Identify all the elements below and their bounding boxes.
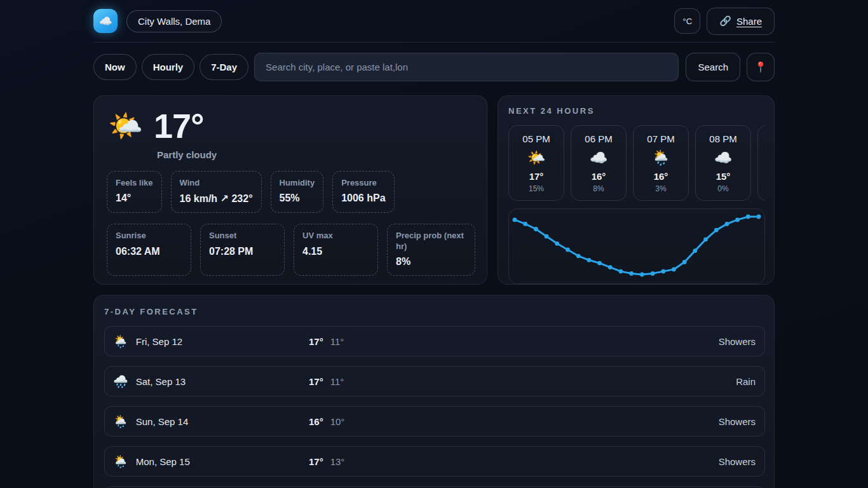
hour-card[interactable]: 09 PM 🌦️ 15° 0% xyxy=(757,125,765,201)
hour-time: 09 PM xyxy=(758,133,765,144)
day-name: Mon, Sep 15 xyxy=(136,456,190,467)
header-left: ☁️ City Walls, Dema xyxy=(93,9,222,33)
hour-time: 08 PM xyxy=(696,133,750,144)
stat-label: Sunset xyxy=(209,231,276,241)
hour-temp: 17° xyxy=(509,171,564,182)
stats-row-1: Feels like 14° Wind 16 km/h ↗ 232° Humid… xyxy=(107,171,474,213)
hour-time: 06 PM xyxy=(571,133,626,144)
stat-label: UV max xyxy=(302,231,369,241)
next-24-hours-title: NEXT 24 HOURS xyxy=(508,106,765,116)
sun-small-cloud-icon: 🌤️ xyxy=(509,149,564,167)
stat-value: 14° xyxy=(116,193,153,204)
stats-row-2: Sunrise 06:32 AM Sunset 07:28 PM UV max … xyxy=(107,224,474,276)
stat-value: 16 km/h ↗ 232° xyxy=(180,193,253,205)
hour-temp: 16° xyxy=(634,171,688,182)
stat-label: Pressure xyxy=(341,178,385,188)
stat-precip-prob: Precip prob (next hr) 8% xyxy=(387,224,475,276)
stat-sunset: Sunset 07:28 PM xyxy=(200,224,285,276)
current-temperature: 17° xyxy=(154,109,204,143)
forecast-row-mon[interactable]: 🌦️ Mon, Sep 15 17° 13° Showers xyxy=(104,446,765,477)
forecast-rows: 🌦️ Fri, Sep 12 17° 11° Showers 🌧️ Sat, S… xyxy=(104,326,765,488)
hour-card[interactable]: 07 PM 🌦️ 16° 3% xyxy=(633,125,689,201)
stat-label: Sunrise xyxy=(116,231,182,241)
hour-card[interactable]: 05 PM 🌤️ 17° 15% xyxy=(508,125,564,201)
forecast-row-sat[interactable]: 🌧️ Sat, Sep 13 17° 11° Rain xyxy=(104,366,765,396)
day-left: 🌧️ Sat, Sep 13 xyxy=(113,376,309,388)
next-24-hours-card: NEXT 24 HOURS 05 PM 🌤️ 17° 15% 06 PM ☁️ … xyxy=(498,95,775,285)
app-logo-cloud-icon[interactable]: ☁️ xyxy=(93,9,118,33)
stat-sunrise: Sunrise 06:32 AM xyxy=(107,224,191,276)
cloud-icon: ☁️ xyxy=(98,15,112,28)
hour-precip: 15% xyxy=(509,184,564,193)
link-icon: 🔗 xyxy=(719,15,731,27)
day-condition: Showers xyxy=(719,416,756,427)
hour-time: 05 PM xyxy=(509,133,564,144)
stat-value: 1006 hPa xyxy=(341,193,385,204)
tab-7day[interactable]: 7-Day xyxy=(200,54,248,80)
hour-card[interactable]: 08 PM ☁️ 15° 0% xyxy=(695,125,751,201)
forecast-row-fri[interactable]: 🌦️ Fri, Sep 12 17° 11° Showers xyxy=(104,326,765,356)
temperature-line-svg xyxy=(509,209,764,283)
temperature-sparkline-chart xyxy=(508,208,765,284)
hourly-scroller[interactable]: 05 PM 🌤️ 17° 15% 06 PM ☁️ 16° 8% 07 PM 🌦… xyxy=(508,125,765,201)
sun-rain-cloud-icon: 🌦️ xyxy=(113,336,128,348)
day-left: 🌦️ Sun, Sep 14 xyxy=(113,416,309,428)
stat-value: 4.15 xyxy=(302,246,369,257)
day-name: Fri, Sep 12 xyxy=(136,336,182,347)
stat-humidity: Humidity 55% xyxy=(271,171,324,213)
current-conditions-card: 🌤️ 17° Partly cloudy Feels like 14° Wind… xyxy=(93,95,487,285)
day-left: 🌦️ Fri, Sep 12 xyxy=(113,336,309,348)
cloud-icon: ☁️ xyxy=(571,149,626,167)
day-high-temp: 17° xyxy=(309,456,323,467)
stat-feels-like: Feels like 14° xyxy=(107,171,162,213)
hour-temp: 16° xyxy=(571,171,626,182)
stat-uv-max: UV max 4.15 xyxy=(294,224,378,276)
search-input[interactable] xyxy=(254,53,679,81)
geolocate-pin-button[interactable]: 📍 xyxy=(747,53,775,81)
day-high-temp: 17° xyxy=(309,336,323,347)
stat-label: Feels like xyxy=(116,178,153,188)
sun-rain-cloud-icon: 🌦️ xyxy=(634,149,688,167)
stat-value: 06:32 AM xyxy=(116,246,182,257)
location-button[interactable]: City Walls, Dema xyxy=(126,10,222,32)
seven-day-title: 7-DAY FORECAST xyxy=(104,307,765,316)
stat-label: Precip prob (next hr) xyxy=(396,231,466,252)
share-button[interactable]: 🔗 Share xyxy=(707,8,775,35)
day-low-temp: 13° xyxy=(330,456,345,467)
search-button[interactable]: Search xyxy=(686,53,740,81)
stat-pressure: Pressure 1006 hPa xyxy=(332,171,394,213)
day-condition: Rain xyxy=(736,376,756,387)
stat-wind: Wind 16 km/h ↗ 232° xyxy=(171,171,262,213)
day-left: 🌦️ Mon, Sep 15 xyxy=(113,456,309,468)
hour-card[interactable]: 06 PM ☁️ 16° 8% xyxy=(571,125,627,201)
day-condition: Showers xyxy=(719,336,756,347)
stat-label: Humidity xyxy=(280,178,315,188)
unit-toggle-button[interactable]: °C xyxy=(674,8,700,34)
sun-rain-cloud-icon: 🌦️ xyxy=(758,149,765,167)
day-name: Sun, Sep 14 xyxy=(136,416,189,427)
tab-hourly[interactable]: Hourly xyxy=(142,54,195,80)
rain-cloud-icon: 🌧️ xyxy=(113,376,128,388)
partly-cloudy-icon: 🌤️ xyxy=(108,112,143,140)
hour-precip: 3% xyxy=(634,184,688,193)
forecast-row-sun[interactable]: 🌦️ Sun, Sep 14 16° 10° Showers xyxy=(104,406,765,437)
nav-row: Now Hourly 7-Day Search 📍 xyxy=(93,43,775,95)
day-low-temp: 11° xyxy=(330,336,344,347)
header-right: °C 🔗 Share xyxy=(674,8,775,35)
sun-rain-cloud-icon: 🌦️ xyxy=(113,416,128,428)
stat-label: Wind xyxy=(180,178,253,188)
pushpin-icon: 📍 xyxy=(754,61,767,73)
day-name: Sat, Sep 13 xyxy=(136,376,186,387)
main-grid: 🌤️ 17° Partly cloudy Feels like 14° Wind… xyxy=(93,95,775,285)
cloud-icon: ☁️ xyxy=(696,149,750,167)
day-high-temp: 16° xyxy=(309,416,323,427)
day-low-temp: 10° xyxy=(330,416,345,427)
hour-precip: 0% xyxy=(696,184,750,193)
stat-value: 8% xyxy=(396,256,466,268)
stat-value: 07:28 PM xyxy=(209,246,276,257)
hour-temp: 15° xyxy=(758,171,765,182)
tab-now[interactable]: Now xyxy=(93,54,137,80)
day-condition: Showers xyxy=(719,456,756,467)
hour-precip: 0% xyxy=(758,184,765,193)
current-head: 🌤️ 17° xyxy=(107,109,474,143)
